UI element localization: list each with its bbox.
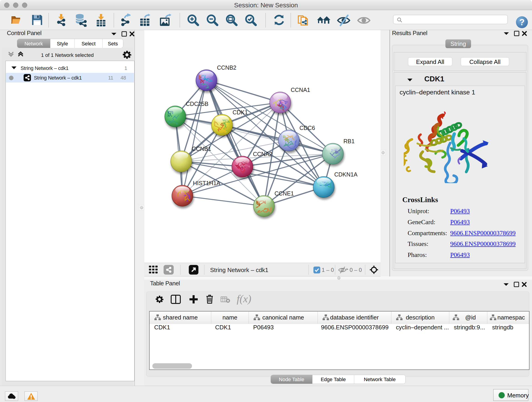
svg-text:CDC25B: CDC25B bbox=[186, 101, 209, 107]
svg-text:CDKN1A: CDKN1A bbox=[334, 171, 358, 178]
svg-text:CCNE1: CCNE1 bbox=[274, 190, 294, 197]
svg-text:HIST1H1A: HIST1H1A bbox=[193, 180, 220, 186]
svg-text:CDK1: CDK1 bbox=[233, 109, 248, 115]
svg-text:CDC6: CDC6 bbox=[299, 125, 315, 131]
svg-text:CCNA1: CCNA1 bbox=[291, 87, 310, 93]
svg-text:CCNA2: CCNA2 bbox=[253, 151, 272, 157]
svg-text:CCNB2: CCNB2 bbox=[217, 64, 236, 71]
svg-text:CCNB1: CCNB1 bbox=[192, 146, 211, 152]
svg-text:RB1: RB1 bbox=[343, 138, 355, 144]
